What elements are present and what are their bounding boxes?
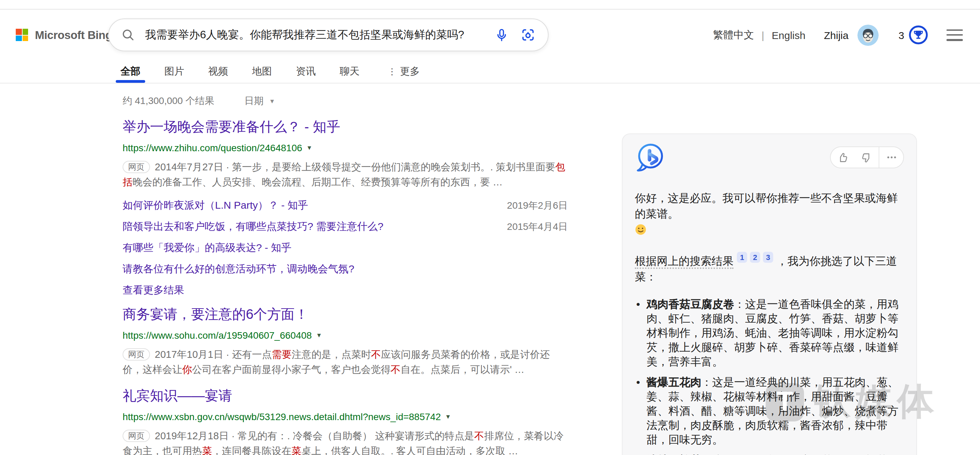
see-more-results-link[interactable]: 查看更多结果 <box>123 284 184 296</box>
sublink-row: 如何评价昨夜派对（L.N Party）？ - 知乎2019年2月6日 <box>123 199 568 212</box>
sublink-row: 请教各位有什么好的创意活动环节，调动晚会气氛? <box>123 263 568 276</box>
tab-label: 全部 <box>121 65 140 78</box>
citation-badge[interactable]: 2 <box>750 252 760 263</box>
visual-search-icon[interactable] <box>520 27 536 43</box>
result-snippet: 网页2017年10月1日 · 还有一点需要注意的是，点菜时不应该问服务员菜肴的价… <box>123 347 568 377</box>
sublink-date: 2015年4月4日 <box>507 221 568 233</box>
snippet-text: ，连同餐具陈设在 <box>212 445 291 455</box>
result-title: 举办一场晚会需要准备什么？ - 知乎 <box>123 118 568 136</box>
language-traditional-chinese[interactable]: 繁體中文 <box>713 29 754 41</box>
result-title-link[interactable]: 商务宴请，要注意的6个方面！ <box>123 306 308 322</box>
result-date: 2017年10月1日 · <box>155 349 232 360</box>
chat-dish-list: 鸡肉香菇豆腐皮卷：这是一道色香味俱全的菜，用鸡肉、虾仁、猪腿肉、豆腐皮、竹笋、香… <box>635 297 904 455</box>
search-box[interactable] <box>108 19 549 51</box>
sublink[interactable]: 有哪些「我爱你」的高级表达? - 知乎 <box>123 241 291 255</box>
tab-label: 更多 <box>400 65 420 78</box>
result-title: 商务宴请，要注意的6个方面！ <box>123 305 568 323</box>
tab-视频[interactable]: 视频 <box>208 60 228 83</box>
webpage-badge: 网页 <box>123 348 150 361</box>
microsoft-logo-icon <box>16 29 28 41</box>
result-url[interactable]: https://www.sohu.com/a/195940607_660408▼ <box>123 328 568 342</box>
rewards-count[interactable]: 3 <box>899 29 904 41</box>
language-separator: | <box>762 29 764 41</box>
see-more-results: 查看更多结果 <box>123 284 568 297</box>
results-meta: 约 41,300,000 个结果 日期 ▼ <box>123 95 275 108</box>
webpage-badge: 网页 <box>123 161 150 173</box>
date-filter-dropdown[interactable]: 日期 ▼ <box>245 95 275 108</box>
snippet-text: 晚会的准备工作、人员安排、晚会流程、后期工作、经费预算等等所有的东西，要 … <box>132 176 503 187</box>
chat-citation-paragraph: 根据网上的搜索结果123，我为你挑选了以下三道菜： <box>635 252 904 285</box>
dish-name: 酱爆五花肉 <box>646 376 701 388</box>
brand-text: Microsoft Bing <box>35 29 112 41</box>
result-snippet: 网页2014年7月27日 · 第一步，是要给上级领导提交一份他们满意的晚会策划书… <box>123 160 568 190</box>
highlighted-term: 菜 <box>291 445 301 455</box>
dish-item: 酱爆五花肉：这是一道经典的川菜，用五花肉、葱、姜、蒜、辣椒、花椒等材料制作，用甜… <box>646 375 904 447</box>
citation-lead-text: 根据网上的搜索结果 <box>635 255 733 269</box>
search-result: 商务宴请，要注意的6个方面！https://www.sohu.com/a/195… <box>123 305 568 377</box>
feedback-toolbar <box>830 146 904 168</box>
result-url[interactable]: https://www.xsbn.gov.cn/wsqwb/53129.news… <box>123 410 568 423</box>
avatar[interactable] <box>858 24 879 46</box>
result-title-link[interactable]: 礼宾知识——宴请 <box>123 388 232 403</box>
hamburger-menu-icon[interactable] <box>947 29 963 41</box>
snippet-text: 自在。点菜后，可以请示' … <box>401 364 525 375</box>
rewards-trophy-icon[interactable] <box>909 25 928 44</box>
tab-图片[interactable]: 图片 <box>164 60 184 83</box>
snippet-text: 还有一点 <box>232 349 272 360</box>
highlighted-term: 你 <box>182 364 192 375</box>
result-title: 礼宾知识——宴请 <box>123 387 568 405</box>
result-title-link[interactable]: 举办一场晚会需要准备什么？ - 知乎 <box>123 119 340 134</box>
search-result: 礼宾知识——宴请https://www.xsbn.gov.cn/wsqwb/53… <box>123 387 568 455</box>
more-options-button[interactable] <box>879 147 903 168</box>
chat-intro-paragraph: 你好，这是必应。我可以帮你推荐一些不含坚果或海鲜的菜谱。 <box>635 190 904 235</box>
highlighted-term: 不 <box>371 349 381 360</box>
tab-label: 资讯 <box>296 65 316 78</box>
chevron-down-icon: ▼ <box>269 98 275 105</box>
header-divider <box>0 83 980 84</box>
username-link[interactable]: Zhijia <box>824 29 848 41</box>
highlighted-term: 不 <box>391 364 401 375</box>
webpage-badge: 网页 <box>123 430 150 442</box>
vertical-dots-icon: ⋮ <box>388 67 396 76</box>
citation-badge[interactable]: 3 <box>763 252 773 263</box>
tab-label: 地图 <box>252 65 272 78</box>
tab-资讯[interactable]: 资讯 <box>296 60 316 83</box>
tab-label: 视频 <box>208 65 228 78</box>
result-snippet: 网页2019年12月18日 · 常见的有：. 冷餐会（自助餐） 这种宴请形式的特… <box>123 429 568 455</box>
snippet-text: 第一步，是要给上级领导提交一份他们满意的晚会策划书。. 策划书里面要 <box>232 162 555 173</box>
search-result: 举办一场晚会需要准备什么？ - 知乎https://www.zhihu.com/… <box>123 118 568 297</box>
result-date: 2019年12月18日 · <box>155 430 238 441</box>
result-url-text: https://www.xsbn.gov.cn/wsqwb/53129.news… <box>123 410 441 423</box>
language-english[interactable]: English <box>772 29 805 41</box>
microphone-icon[interactable] <box>495 28 509 42</box>
thumbs-down-button[interactable] <box>855 147 879 168</box>
result-sublinks: 如何评价昨夜派对（L.N Party）？ - 知乎2019年2月6日陪领导出去和… <box>123 199 568 276</box>
result-url[interactable]: https://www.zhihu.com/question/24648106▼ <box>123 141 568 155</box>
bing-search-page: Microsoft Bing 繁體中文 | English <box>0 0 980 455</box>
snippet-text: 公司在客户面前显得小家子气，客户也会觉得 <box>192 364 391 375</box>
thumbs-up-button[interactable] <box>831 147 855 168</box>
search-icon <box>121 28 135 42</box>
sublink[interactable]: 如何评价昨夜派对（L.N Party）？ - 知乎 <box>123 199 308 212</box>
chevron-down-icon: ▼ <box>445 410 451 423</box>
citation-badge[interactable]: 1 <box>737 252 747 263</box>
results-count: 约 41,300,000 个结果 <box>123 95 214 108</box>
chevron-down-icon: ▼ <box>307 141 313 155</box>
tab-聊天[interactable]: 聊天 <box>340 60 360 83</box>
tab-全部[interactable]: 全部 <box>121 60 140 83</box>
sublink[interactable]: 陪领导出去和客户吃饭，有哪些点菜技巧? 需要注意什么? <box>123 220 383 233</box>
bing-logo[interactable]: Microsoft Bing <box>16 22 112 47</box>
chevron-down-icon: ▼ <box>316 328 322 342</box>
tab-地图[interactable]: 地图 <box>252 60 272 83</box>
search-input[interactable] <box>144 28 495 42</box>
result-url-text: https://www.sohu.com/a/195940607_660408 <box>123 328 312 342</box>
sublink-row: 有哪些「我爱你」的高级表达? - 知乎 <box>123 241 568 255</box>
tab-bar: 全部图片视频地图资讯聊天⋮更多 <box>121 60 444 83</box>
result-date: 2014年7月27日 · <box>155 162 232 173</box>
sublink-row: 陪领导出去和客户吃饭，有哪些点菜技巧? 需要注意什么?2015年4月4日 <box>123 220 568 233</box>
snippet-text: 注意的是，点菜时 <box>292 349 371 360</box>
tab-更多[interactable]: ⋮更多 <box>388 60 420 83</box>
dish-name: 鸡肉香菇豆腐皮卷 <box>646 298 734 310</box>
result-url-text: https://www.zhihu.com/question/24648106 <box>123 141 302 155</box>
sublink[interactable]: 请教各位有什么好的创意活动环节，调动晚会气氛? <box>123 263 355 276</box>
